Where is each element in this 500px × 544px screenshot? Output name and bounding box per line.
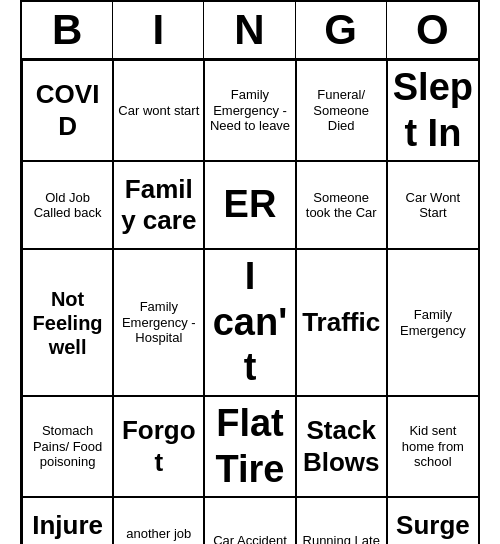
bingo-cell-1-2: ER — [204, 161, 295, 249]
bingo-cell-2-2: I can't — [204, 249, 295, 396]
bingo-cell-1-4: Car Wont Start — [387, 161, 478, 249]
bingo-header-letter: G — [296, 2, 387, 58]
bingo-cell-3-1: Forgot — [113, 396, 204, 497]
bingo-header-letter: N — [204, 2, 295, 58]
bingo-cell-4-3: Running Late — [296, 497, 387, 544]
bingo-cell-1-0: Old Job Called back — [22, 161, 113, 249]
bingo-cell-3-4: Kid sent home from school — [387, 396, 478, 497]
bingo-cell-2-1: Family Emergency - Hospital — [113, 249, 204, 396]
bingo-cell-4-0: Injured — [22, 497, 113, 544]
bingo-cell-0-0: COVID — [22, 60, 113, 161]
bingo-header-letter: O — [387, 2, 478, 58]
bingo-header-letter: I — [113, 2, 204, 58]
bingo-cell-0-2: Family Emergency - Need to leave — [204, 60, 295, 161]
bingo-header-letter: B — [22, 2, 113, 58]
bingo-cell-0-4: Slept In — [387, 60, 478, 161]
bingo-cell-4-2: Car Accident — [204, 497, 295, 544]
bingo-cell-0-1: Car wont start — [113, 60, 204, 161]
bingo-cell-2-4: Family Emergency — [387, 249, 478, 396]
bingo-cell-2-0: Not Feeling well — [22, 249, 113, 396]
bingo-card: BINGO COVIDCar wont startFamily Emergenc… — [20, 0, 480, 544]
bingo-cell-3-3: Stack Blows — [296, 396, 387, 497]
bingo-cell-1-3: Someone took the Car — [296, 161, 387, 249]
bingo-header: BINGO — [22, 2, 478, 60]
bingo-grid: COVIDCar wont startFamily Emergency - Ne… — [22, 60, 478, 544]
bingo-cell-0-3: Funeral/ Someone Died — [296, 60, 387, 161]
bingo-cell-3-2: Flat Tire — [204, 396, 295, 497]
bingo-cell-4-4: Surgery — [387, 497, 478, 544]
bingo-cell-2-3: Traffic — [296, 249, 387, 396]
bingo-cell-1-1: Family care — [113, 161, 204, 249]
bingo-cell-3-0: Stomach Pains/ Food poisoning — [22, 396, 113, 497]
bingo-cell-4-1: another job offer — [113, 497, 204, 544]
